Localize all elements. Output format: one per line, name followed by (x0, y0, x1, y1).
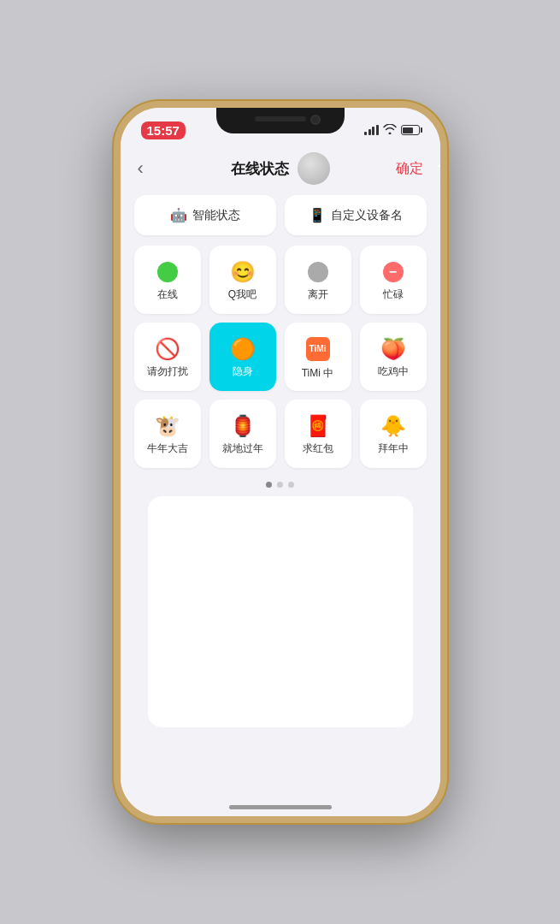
status-time: 15:57 (141, 121, 186, 139)
invisible-label: 隐身 (233, 364, 253, 379)
busy-label: 忙碌 (383, 287, 404, 302)
away-label: 离开 (308, 287, 328, 302)
status-icons (364, 124, 420, 137)
chicken-label: 吃鸡中 (378, 364, 409, 379)
status-qme[interactable]: 😊 Q我吧 (209, 246, 276, 314)
status-invisible[interactable]: 🟠 隐身 (209, 323, 276, 391)
phone-frame: 15:57 (114, 101, 447, 823)
home-indicator[interactable] (229, 805, 332, 809)
dnd-icon: 🚫 (155, 339, 180, 359)
newyear2-icon: 🐥 (380, 416, 406, 436)
qme-label: Q我吧 (228, 287, 256, 302)
redpacket-icon: 🧧 (305, 416, 331, 436)
smart-status-label: 智能状态 (192, 208, 240, 223)
online-dot-icon (157, 262, 178, 282)
notch-speaker (255, 116, 306, 121)
status-busy[interactable]: − 忙碌 (360, 246, 427, 314)
status-grid: 在线 😊 Q我吧 离开 − 忙碌 (134, 246, 427, 468)
redpacket-label: 求红包 (303, 441, 333, 456)
page-dot-2[interactable] (277, 482, 283, 488)
content-area: 🤖 智能状态 📱 自定义设备名 在线 � (121, 195, 440, 727)
status-dnd[interactable]: 🚫 请勿打扰 (134, 323, 201, 391)
custom-device-button[interactable]: 📱 自定义设备名 (285, 195, 427, 235)
device-icon: 📱 (309, 207, 326, 223)
back-button[interactable]: ‹ (138, 157, 172, 180)
signal-icon (364, 125, 379, 135)
invisible-icon: 🟠 (230, 339, 256, 359)
wifi-icon (383, 124, 397, 137)
nav-title-area: 在线状态 (231, 152, 330, 185)
status-newyear2[interactable]: 🐥 拜年中 (360, 400, 427, 468)
notch (216, 108, 345, 133)
newyear2-label: 拜年中 (378, 441, 409, 456)
screen: ‹ 在线状态 确定 🤖 (121, 145, 440, 816)
status-redpacket[interactable]: 🧧 求红包 (285, 400, 351, 468)
timi-label: TiMi 中 (302, 366, 334, 381)
svg-marker-0 (439, 152, 440, 183)
timi-icon: TiMi (306, 337, 330, 361)
chicken-icon: 🍑 (380, 339, 406, 359)
confirm-button[interactable]: 确定 (389, 160, 423, 178)
page-title: 在线状态 (231, 159, 289, 179)
robot-icon: 🤖 (170, 207, 187, 223)
busy-dot-icon: − (383, 262, 404, 282)
away-dot-icon (308, 262, 328, 282)
phone-inner: 15:57 (121, 108, 440, 816)
online-label: 在线 (157, 287, 178, 302)
status-newyear[interactable]: 🏮 就地过年 (209, 400, 276, 468)
notch-camera (310, 115, 321, 125)
nav-bar: ‹ 在线状态 确定 (121, 145, 440, 195)
bottom-area (148, 496, 413, 727)
status-away[interactable]: 离开 (285, 246, 351, 314)
smart-status-button[interactable]: 🤖 智能状态 (134, 195, 276, 235)
status-online[interactable]: 在线 (134, 246, 201, 314)
ox-label: 牛年大吉 (147, 441, 188, 456)
avatar (298, 152, 330, 185)
page-dot-3[interactable] (288, 482, 294, 488)
status-ox[interactable]: 🐮 牛年大吉 (134, 400, 201, 468)
status-chicken[interactable]: 🍑 吃鸡中 (360, 323, 427, 391)
newyear-label: 就地过年 (222, 441, 263, 456)
battery-icon (401, 125, 420, 135)
custom-device-label: 自定义设备名 (331, 208, 403, 223)
dnd-label: 请勿打扰 (147, 364, 188, 379)
ox-icon: 🐮 (155, 416, 180, 436)
page-dot-1[interactable] (266, 482, 272, 488)
battery-fill (403, 127, 413, 133)
status-timi[interactable]: TiMi TiMi 中 (285, 323, 351, 391)
qme-icon: 😊 (230, 262, 256, 282)
top-actions: 🤖 智能状态 📱 自定义设备名 (134, 195, 427, 235)
newyear-icon: 🏮 (230, 416, 256, 436)
page-dots (134, 482, 427, 488)
